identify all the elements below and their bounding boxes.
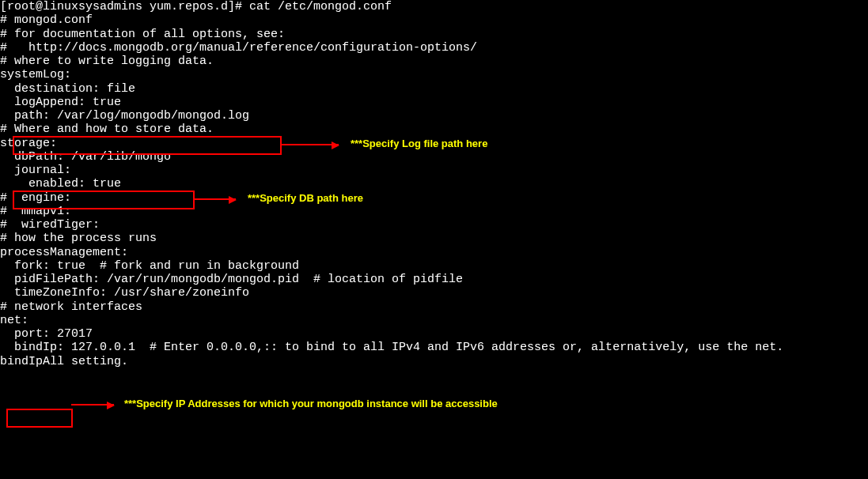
arrow-icon [71,404,114,405]
annotation-db-path: ***Specify DB path here [248,193,363,205]
command-text: cat /etc/mongod.conf [249,0,392,13]
config-line: # mmapv1: [0,205,868,218]
arrow-icon [282,144,339,145]
config-line: port: 27017 [0,327,868,341]
config-line: processManagement: [0,246,868,259]
config-line: timeZoneInfo: /usr/share/zoneinfo [0,286,868,300]
terminal-window[interactable]: [root@linuxsysadmins yum.repos.d]# cat /… [0,0,868,368]
config-line: dbPath: /var/lib/mongo [0,150,868,164]
config-line: logAppend: true [0,96,868,109]
prompt-line: [root@linuxsysadmins yum.repos.d]# cat /… [0,0,868,13]
config-line: bindIpAll setting. [0,355,868,368]
config-line: # engine: [0,191,868,205]
config-line: # where to write logging data. [0,55,868,68]
config-line: net: [0,314,868,327]
config-line: # mongod.conf [0,13,868,27]
config-line: # network interfaces [0,300,868,314]
config-line: pidFilePath: /var/run/mongodb/mongod.pid… [0,273,868,286]
config-line: # Where and how to store data. [0,123,868,136]
annotation-bindip: ***Specify IP Addresses for which your m… [124,398,498,410]
config-line: # how the process runs [0,232,868,245]
highlight-box-bindip [6,409,73,428]
config-line: bindIp: 127.0.0.1 # Enter 0.0.0.0,:: to … [0,341,868,354]
config-line: systemLog: [0,68,868,81]
config-line: journal: [0,164,868,177]
config-line: destination: file [0,82,868,96]
arrow-icon [195,198,236,200]
annotation-log-path: ***Specify Log file path here [351,138,487,150]
config-line: # http://docs.mongodb.org/manual/referen… [0,41,868,55]
config-line: fork: true # fork and run in background [0,259,868,273]
config-line: path: /var/log/mongodb/mongod.log [0,109,868,123]
config-line: enabled: true [0,177,868,190]
shell-prompt: [root@linuxsysadmins yum.repos.d]# [0,0,249,13]
config-line: # wiredTiger: [0,218,868,232]
config-line: # for documentation of all options, see: [0,28,868,41]
